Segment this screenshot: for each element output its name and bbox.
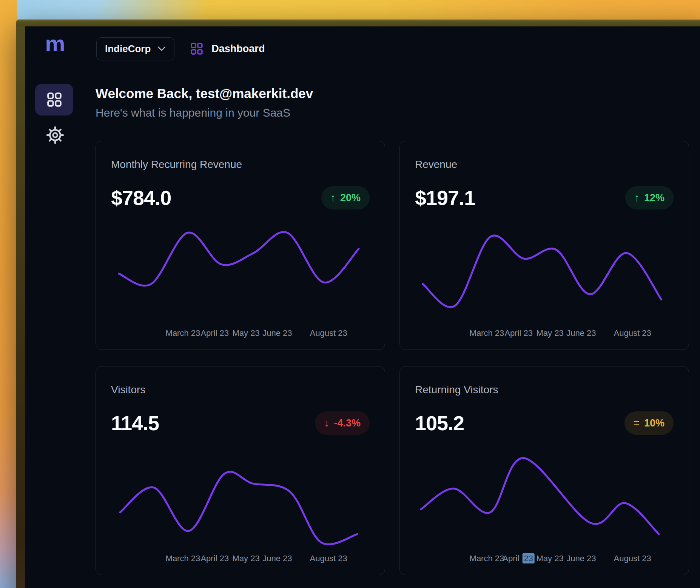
x-axis-labels: March 23April 23May 23June 23August 23	[415, 328, 674, 340]
delta-value: 10%	[644, 417, 665, 429]
axis-label: April 23	[504, 328, 533, 338]
line-chart	[111, 447, 370, 551]
page-heading-group: Dashboard	[190, 42, 265, 56]
line-chart	[415, 447, 674, 551]
x-axis-labels: March 23April 23May 23June 23August 23	[111, 328, 370, 340]
line-chart	[111, 222, 370, 325]
window-top-edge	[16, 19, 700, 26]
x-axis-labels: March 23April 23May 23June 23August 23	[111, 554, 370, 565]
dashboard-content: Welcome Back, test@makerkit.dev Here's w…	[85, 72, 700, 588]
value-row: $784.0 ↑ 20%	[111, 186, 370, 210]
axis-label: April 23	[503, 554, 535, 563]
topbar: IndieCorp	[85, 26, 700, 71]
makerkit-logo: m	[25, 32, 85, 55]
value-row: 105.2 = 10%	[415, 411, 674, 435]
dashboard-grid-icon	[46, 91, 63, 108]
selected-text: 23	[522, 553, 534, 563]
delta-badge: = 10%	[624, 411, 674, 435]
delta-badge: ↑ 20%	[321, 186, 370, 209]
delta-value: 12%	[644, 192, 665, 204]
card-title: Revenue	[415, 159, 457, 171]
axis-label: May 23	[232, 554, 259, 563]
card-title: Monthly Recurring Revenue	[111, 159, 242, 171]
axis-label: June 23	[566, 554, 596, 563]
trend-flat-icon: =	[634, 417, 640, 429]
metric-value: $784.0	[111, 186, 171, 209]
dashboard-grid-icon	[190, 42, 204, 56]
metric-card-revenue: Revenue $197.1 ↑ 12% Ma	[399, 141, 689, 350]
axis-label: May 23	[536, 328, 563, 338]
delta-badge: ↑ 12%	[625, 186, 674, 209]
axis-label: May 23	[536, 554, 563, 563]
axis-label: March 23	[470, 554, 504, 563]
axis-label: June 23	[262, 328, 292, 338]
axis-label: June 23	[566, 328, 596, 338]
desktop-wallpaper: m	[0, 0, 700, 588]
delta-value: -4.3%	[334, 417, 361, 429]
cards-grid: Monthly Recurring Revenue $784.0 ↑ 20%	[96, 141, 700, 575]
chevron-down-icon	[157, 46, 166, 51]
axis-label: August 23	[614, 554, 651, 563]
metric-value: 105.2	[415, 411, 464, 435]
axis-label: April 23	[200, 554, 229, 563]
metric-value: 114.5	[111, 411, 159, 435]
welcome-subtitle: Here's what is happening in your SaaS	[96, 106, 700, 120]
card-title: Visitors	[111, 384, 145, 396]
metric-card-mrr: Monthly Recurring Revenue $784.0 ↑ 20%	[96, 141, 385, 350]
axis-label: May 23	[232, 328, 259, 338]
page-title: Dashboard	[211, 43, 265, 55]
metric-value: $197.1	[415, 186, 475, 209]
app-window: m	[16, 19, 700, 588]
welcome-heading: Welcome Back, test@makerkit.dev	[96, 85, 700, 102]
settings-gear-icon	[46, 126, 64, 144]
trend-up-icon: ↑	[330, 192, 336, 204]
value-row: 114.5 ↓ -4.3%	[111, 411, 370, 435]
team-selector-button[interactable]: IndieCorp	[96, 37, 174, 60]
sidebar-item-settings[interactable]	[46, 126, 64, 144]
axis-label: March 23	[166, 554, 200, 563]
wallpaper-left-strip	[0, 0, 17, 588]
app-surface: m	[25, 26, 700, 588]
sidebar: m	[25, 26, 85, 588]
delta-value: 20%	[340, 192, 361, 204]
axis-label: March 23	[166, 328, 200, 338]
axis-label: August 23	[310, 328, 347, 338]
axis-label: March 23	[470, 328, 504, 338]
card-title: Returning Visitors	[415, 384, 498, 396]
trend-down-icon: ↓	[324, 417, 329, 429]
team-selector-label: IndieCorp	[105, 43, 151, 55]
value-row: $197.1 ↑ 12%	[415, 186, 674, 210]
line-chart	[415, 222, 674, 325]
axis-label: August 23	[310, 554, 347, 563]
sidebar-item-dashboard[interactable]	[35, 84, 73, 115]
axis-label: August 23	[614, 328, 651, 338]
axis-label: June 23	[262, 554, 292, 563]
metric-card-visitors: Visitors 114.5 ↓ -4.3%	[96, 366, 385, 575]
delta-badge: ↓ -4.3%	[315, 411, 370, 435]
axis-label: April 23	[200, 328, 229, 338]
trend-up-icon: ↑	[634, 192, 640, 204]
x-axis-labels: March 23April 23May 23June 23August 23	[415, 554, 674, 565]
window-left-edge	[16, 26, 25, 588]
main-area: IndieCorp	[85, 26, 700, 588]
metric-card-returning-visitors: Returning Visitors 105.2 = 10%	[399, 366, 689, 575]
